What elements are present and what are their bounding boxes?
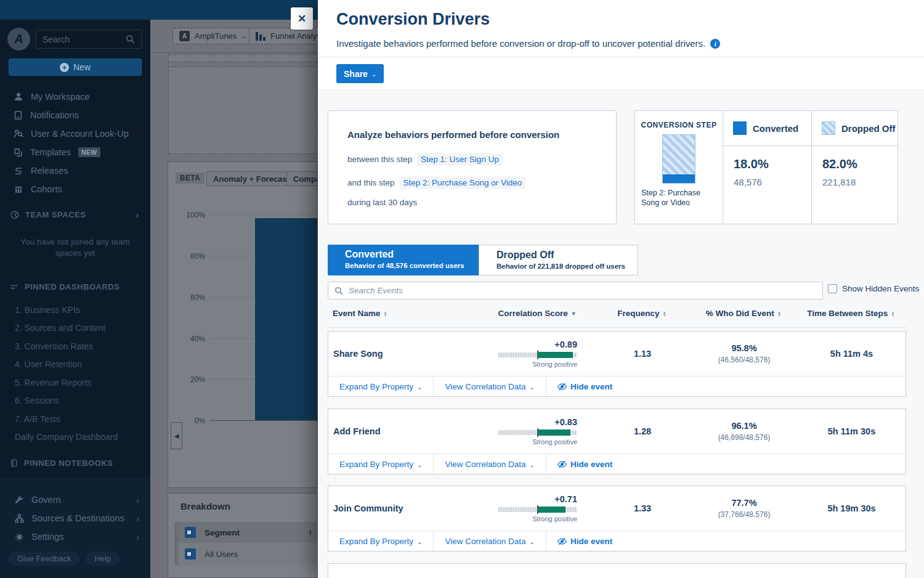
sidebar-item-user-account-lookup[interactable]: User & Account Look-Up	[0, 124, 150, 143]
collapsed-row	[168, 54, 318, 62]
dropped-legend: Dropped Off	[811, 111, 898, 146]
search-events-input[interactable]: Search Events	[328, 282, 823, 299]
chevron-down-icon: ⌄	[417, 384, 422, 391]
correlation-bar	[538, 507, 565, 513]
time-value: 5h 11m 4s	[796, 349, 907, 359]
event-row-add-friend: Add Friend +0.83 Strong positive 1.28 96…	[328, 409, 906, 474]
sidebar-search-input[interactable]: Search	[36, 30, 142, 49]
header-time-between-steps[interactable]: Time Between Steps ▲▼	[796, 309, 906, 318]
collapse-panel-button[interactable]: ◀	[171, 422, 182, 449]
info-icon[interactable]: i	[710, 39, 720, 49]
events-table-header: Event Name ▲▼ Correlation Score ▼ Freque…	[328, 309, 906, 318]
hide-event-button[interactable]: Hide event	[546, 377, 623, 396]
give-feedback-button[interactable]: Give Feedback	[9, 552, 79, 566]
page-title: Conversion Drivers	[336, 10, 490, 29]
expand-by-property-button[interactable]: Expand By Property⌄	[328, 377, 433, 396]
compare-button[interactable]: Compare	[286, 171, 318, 186]
dropped-stats: 82.0% 221,818	[811, 146, 898, 224]
person-icon	[14, 92, 23, 102]
frequency-value: 1.33	[593, 503, 692, 513]
chevron-right-icon[interactable]: ›	[136, 210, 140, 220]
sort-icon: ▲▼	[383, 311, 387, 317]
y-axis-label: 60%	[184, 293, 205, 302]
amplitude-logo[interactable]: A	[7, 28, 30, 51]
hide-event-button[interactable]: Hide event	[546, 531, 623, 551]
tab-dropped-off[interactable]: Dropped Off Behavior of 221,818 dropped …	[479, 245, 638, 275]
event-row-share-song: Share Song +0.89 Strong positive 1.13 95…	[328, 331, 906, 397]
show-hidden-events-toggle[interactable]: Show Hidden Events	[828, 284, 919, 293]
header-frequency[interactable]: Frequency ▲▼	[593, 309, 691, 318]
converted-pct: 18.0%	[734, 157, 811, 171]
sidebar-item-sources-destinations[interactable]: Sources & Destinations ›	[0, 509, 150, 527]
header-correlation-score[interactable]: Correlation Score ▼	[482, 309, 593, 318]
converted-bar-segment	[663, 174, 695, 183]
sidebar-item-my-workspace[interactable]: My Workspace	[0, 88, 150, 106]
header-event-name[interactable]: Event Name ▲▼	[328, 309, 482, 318]
pinned-notebooks-icon	[10, 458, 18, 468]
breakdown-header-row[interactable]: Segment ▲▼	[174, 522, 318, 543]
analysis-criteria-card: Analyze behaviors performed before conve…	[328, 110, 617, 224]
share-button[interactable]: Share ⌄	[336, 64, 384, 83]
gear-icon	[15, 532, 24, 542]
event-row-partial	[328, 563, 906, 578]
expand-by-property-button[interactable]: Expand By Property⌄	[328, 454, 433, 474]
hierarchy-icon	[15, 514, 24, 523]
dropped-off-bar-segment	[663, 135, 695, 174]
y-axis-label: 40%	[184, 335, 205, 343]
sidebar-dashboard-sources-content[interactable]: 2. Sources and Content	[0, 319, 150, 338]
sidebar-dashboard-daily-company[interactable]: Daily Company Dashboard	[0, 428, 150, 447]
sort-icon[interactable]: ▲▼	[309, 529, 312, 535]
step-1-link[interactable]: Step 1: User Sign Up	[417, 153, 503, 166]
sidebar-dashboard-conversion-rates[interactable]: 3. Conversion Rates	[0, 337, 150, 356]
chevron-right-icon[interactable]: ›	[136, 513, 139, 524]
sort-icon: ▲▼	[777, 311, 781, 317]
y-axis-label: 80%	[184, 252, 205, 261]
templates-icon	[14, 148, 23, 157]
sidebar-dashboard-user-retention[interactable]: 4. User Retention	[0, 356, 150, 374]
team-spaces-empty-text: You have not joined any team spaces yet	[14, 237, 137, 259]
view-correlation-data-button[interactable]: View Correlation Data⌄	[433, 377, 545, 396]
step-2-link[interactable]: Step 2: Purchase Song or Video	[400, 176, 526, 189]
sidebar-item-cohorts[interactable]: Cohorts	[0, 180, 150, 198]
header-pct-who-did-event[interactable]: % Who Did Event ▲▼	[691, 309, 796, 318]
team-spaces-header[interactable]: TEAM SPACES ›	[0, 210, 150, 220]
breadcrumb-amplitunes[interactable]: A AmpliTunes ⌄	[172, 28, 254, 44]
sidebar-item-templates[interactable]: Templates NEW	[0, 143, 150, 161]
sidebar-dashboard-revenue-reports[interactable]: 5. Revenue Reports	[0, 373, 150, 392]
correlation-cell: +0.89 Strong positive	[498, 340, 577, 368]
event-name: Add Friend	[328, 426, 482, 436]
expand-by-property-button[interactable]: Expand By Property⌄	[328, 531, 433, 551]
breakdown-title: Breakdown	[180, 501, 230, 511]
breadcrumb-funnel-analysis[interactable]: Funnel Analysi	[249, 28, 318, 44]
sidebar-bottom-section: Govern › Sources & Destinations › Settin…	[0, 478, 150, 578]
chevron-down-icon: ⌄	[371, 71, 376, 78]
sidebar-item-notifications[interactable]: Notifications	[0, 106, 150, 124]
tab-converted[interactable]: Converted Behavior of 48,576 converted u…	[328, 245, 479, 275]
correlation-cell: +0.71 Strong positive	[498, 494, 577, 523]
eye-off-icon	[557, 382, 567, 391]
view-correlation-data-button[interactable]: View Correlation Data⌄	[433, 531, 545, 551]
sidebar-item-settings[interactable]: Settings ›	[0, 527, 150, 546]
hide-event-button[interactable]: Hide event	[546, 454, 623, 474]
chevron-right-icon[interactable]: ›	[136, 532, 139, 542]
duration-text: during last 30 days	[347, 198, 417, 207]
correlation-cell: +0.83 Strong positive	[498, 417, 577, 446]
pct-cell: 77.7% (37,766/48,576)	[692, 498, 796, 519]
view-correlation-data-button[interactable]: View Correlation Data⌄	[433, 454, 545, 474]
pinned-notebooks-header: PINNED NOTEBOOKS	[0, 458, 150, 468]
page-subtitle: Investigate behaviors performed before c…	[336, 38, 705, 49]
sidebar-dashboard-sessions[interactable]: 6. Sessions	[0, 392, 150, 410]
breakdown-row-all-users[interactable]: All Users	[174, 543, 318, 565]
modal-content: Analyze behaviors performed before conve…	[318, 90, 924, 578]
anomaly-forecast-button[interactable]: Anomaly + Forecast	[206, 171, 296, 186]
help-button[interactable]: Help	[86, 552, 120, 566]
sidebar-dashboard-business-kpis[interactable]: 1. Business KPIs	[0, 301, 150, 319]
sidebar-item-govern[interactable]: Govern ›	[0, 490, 150, 509]
sidebar-dashboard-ab-tests[interactable]: 7. A/B Tests	[0, 410, 150, 428]
close-modal-button[interactable]: ✕	[291, 7, 313, 30]
chevron-right-icon[interactable]: ›	[136, 495, 139, 505]
new-button[interactable]: + New	[9, 59, 142, 76]
sidebar-item-releases[interactable]: Releases	[0, 161, 150, 180]
dropped-pct: 82.0%	[822, 157, 898, 171]
checkbox[interactable]	[828, 284, 837, 293]
